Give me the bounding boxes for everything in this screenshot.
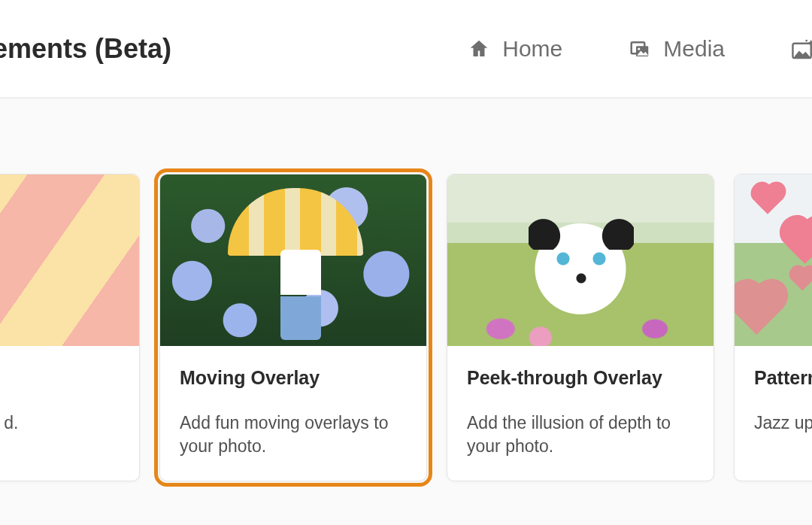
nav-media-label: Media [663,36,725,62]
card-body: Pattern O Jazz up you fun pattern [735,346,812,457]
nav-home-label: Home [502,36,562,62]
card-thumbnail [447,174,714,346]
nav-media[interactable]: Media [626,32,728,66]
card-description: Add the illusion of depth to your photo. [467,411,694,458]
card-peek-through-overlay[interactable]: Peek-through Overlay Add the illusion of… [447,174,714,481]
card-body: Moving Overlay Add fun moving overlays t… [160,346,426,481]
primary-nav: Home Media [465,32,812,66]
sparkle-image-icon [791,38,812,60]
media-icon [629,38,651,60]
card-description: Add fun moving overlays to your photo. [180,411,407,458]
nav-quick-actions[interactable] [788,33,812,65]
card-title: kground [0,367,120,389]
card-title: Pattern O [754,367,812,389]
effects-cards-row: kground lly change the d. Moving Overlay… [0,174,812,481]
card-thumbnail [735,174,812,346]
card-replace-background[interactable]: kground lly change the d. [0,174,140,481]
svg-point-4 [805,39,807,41]
home-icon [468,38,490,60]
card-thumbnail [0,174,139,346]
card-description: Jazz up you fun pattern [754,411,812,435]
card-pattern-overlay[interactable]: Pattern O Jazz up you fun pattern [734,174,812,481]
card-thumbnail [160,174,426,346]
card-body: kground lly change the d. [0,346,139,457]
content-area: kground lly change the d. Moving Overlay… [0,98,812,525]
card-moving-overlay[interactable]: Moving Overlay Add fun moving overlays t… [159,174,427,481]
card-title: Peek-through Overlay [467,367,694,389]
card-body: Peek-through Overlay Add the illusion of… [447,346,714,481]
app-title: lements (Beta) [0,33,171,65]
card-description: lly change the d. [0,411,120,435]
nav-home[interactable]: Home [465,32,565,66]
svg-point-2 [638,47,640,50]
card-title: Moving Overlay [180,367,407,389]
app-header: lements (Beta) Home Media [0,0,812,98]
